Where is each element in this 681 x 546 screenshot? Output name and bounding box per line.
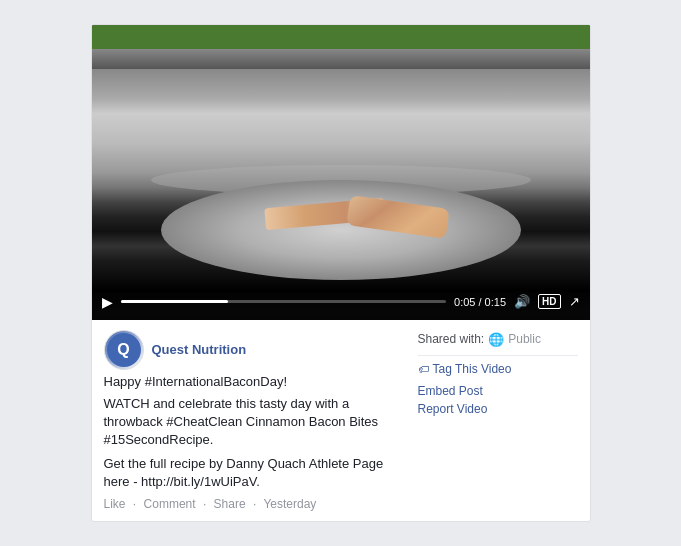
post-actions: Like · Comment · Share · Yesterday [104, 497, 408, 511]
video-player[interactable]: ▶ 0:05 / 0:15 🔊 HD ↗ [92, 25, 590, 320]
shared-with: Shared with: 🌐 Public [418, 332, 578, 347]
post-right-column: Shared with: 🌐 Public 🏷 Tag This Video E… [418, 330, 578, 512]
globe-icon: 🌐 [488, 332, 504, 347]
post-timestamp: Yesterday [263, 497, 316, 511]
fullscreen-icon[interactable]: ↗ [569, 294, 580, 309]
embed-post-button[interactable]: Embed Post [418, 384, 578, 398]
comment-action[interactable]: Comment [144, 497, 196, 511]
shared-with-label: Shared with: [418, 332, 485, 346]
video-controls-bar: ▶ 0:05 / 0:15 🔊 HD ↗ [92, 284, 590, 320]
hd-badge: HD [538, 294, 560, 309]
video-progress-bar[interactable] [121, 300, 447, 303]
tag-icon: 🏷 [418, 363, 429, 375]
video-thumbnail [92, 25, 590, 320]
like-action[interactable]: Like [104, 497, 126, 511]
sidebar-divider [418, 355, 578, 356]
post-left-column: Q Quest Nutrition Happy #InternationalBa… [104, 330, 408, 512]
video-progress-fill [121, 300, 228, 303]
tag-video-button[interactable]: 🏷 Tag This Video [418, 362, 578, 376]
avatar: Q [104, 330, 144, 370]
volume-icon[interactable]: 🔊 [514, 294, 530, 309]
pan-illustration [151, 100, 531, 280]
page-name[interactable]: Quest Nutrition [152, 342, 247, 357]
share-action[interactable]: Share [214, 497, 246, 511]
page-header: Q Quest Nutrition [104, 330, 408, 370]
post-card: ▶ 0:05 / 0:15 🔊 HD ↗ Q Quest Nutrition H… [91, 24, 591, 523]
public-label: Public [508, 332, 541, 346]
post-body: Q Quest Nutrition Happy #InternationalBa… [92, 320, 590, 522]
video-time: 0:05 / 0:15 [454, 296, 506, 308]
post-headline: Happy #InternationalBaconDay! [104, 374, 408, 389]
report-video-button[interactable]: Report Video [418, 402, 578, 416]
post-text-2: Get the full recipe by Danny Quach Athle… [104, 455, 408, 491]
play-button[interactable]: ▶ [102, 294, 113, 310]
post-text-1: WATCH and celebrate this tasty day with … [104, 395, 408, 450]
